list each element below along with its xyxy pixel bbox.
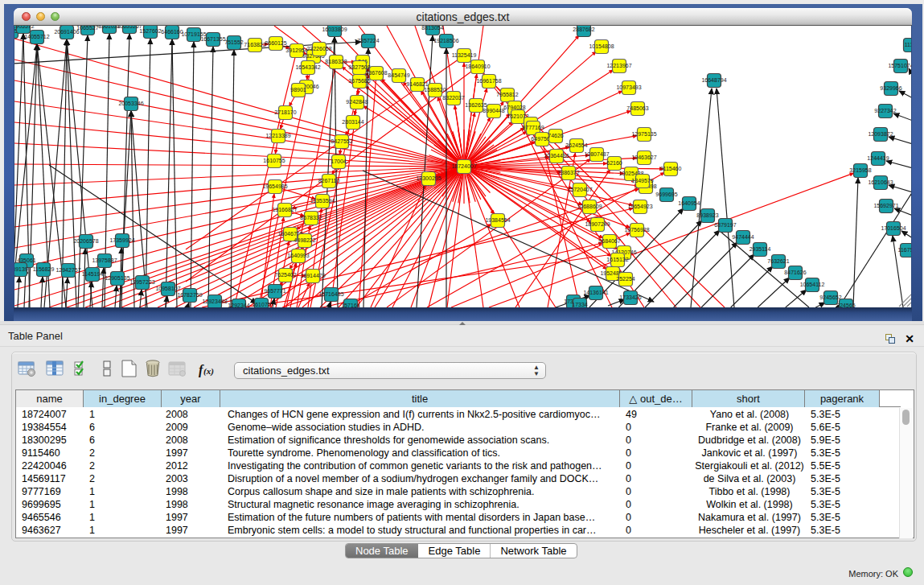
svg-text:252254: 252254 [616, 276, 634, 282]
svg-text:18724007: 18724007 [451, 163, 476, 169]
svg-text:12093872: 12093872 [868, 131, 893, 137]
svg-text:2887682: 2887682 [573, 27, 594, 32]
svg-text:10958107: 10958107 [155, 286, 180, 291]
svg-text:17359924: 17359924 [109, 237, 134, 243]
svg-text:9115460: 9115460 [660, 166, 682, 171]
svg-text:19166827: 19166827 [272, 207, 297, 212]
svg-text:2718170: 2718170 [274, 109, 296, 115]
svg-text:62160: 62160 [606, 160, 622, 166]
svg-text:8660125: 8660125 [265, 40, 286, 46]
svg-text:10688609: 10688609 [577, 204, 602, 209]
svg-text:7625402: 7625402 [274, 272, 296, 278]
svg-text:9245652: 9245652 [819, 295, 841, 300]
svg-text:16961758: 16961758 [476, 78, 501, 84]
svg-text:1615132: 1615132 [606, 257, 628, 262]
svg-text:12213389: 12213389 [265, 133, 290, 138]
svg-text:19756928: 19756928 [624, 227, 649, 233]
svg-text:8938923: 8938923 [696, 212, 718, 218]
svg-text:1610755: 1610755 [263, 158, 285, 163]
svg-text:4498222: 4498222 [294, 237, 315, 243]
svg-text:18907249: 18907249 [585, 221, 610, 227]
svg-text:12213967: 12213967 [606, 63, 631, 68]
svg-text:2803144: 2803144 [342, 119, 363, 125]
svg-text:8267110: 8267110 [318, 178, 340, 183]
svg-text:23226058: 23226058 [306, 46, 331, 51]
svg-text:20053346: 20053346 [118, 101, 143, 106]
svg-text:10807487: 10807487 [584, 151, 609, 157]
svg-text:12923448: 12923448 [202, 299, 227, 304]
svg-text:3912954: 3912954 [285, 47, 307, 53]
svg-text:1640954: 1640954 [678, 200, 700, 206]
svg-text:17004: 17004 [331, 159, 347, 164]
svg-text:16914479: 16914479 [300, 273, 325, 278]
svg-text:8471626: 8471626 [784, 270, 806, 275]
svg-text:8813054: 8813054 [421, 26, 443, 31]
svg-text:8454749: 8454749 [388, 72, 409, 78]
svg-text:12905135: 12905135 [105, 275, 129, 281]
svg-text:16033809: 16033809 [322, 27, 347, 32]
svg-text:1362635: 1362635 [465, 102, 487, 108]
svg-text:20364436: 20364436 [544, 153, 569, 159]
svg-text:1588520: 1588520 [424, 87, 446, 93]
svg-text:18300295: 18300295 [416, 175, 441, 181]
svg-text:7485063: 7485063 [626, 105, 648, 111]
svg-text:3215958: 3215958 [849, 167, 871, 173]
svg-text:161075: 161075 [252, 302, 270, 307]
svg-text:10654112: 10654112 [800, 282, 825, 287]
svg-text:8186328: 8186328 [325, 59, 347, 64]
svg-text:17334: 17334 [572, 302, 588, 307]
svg-text:20206578: 20206578 [73, 238, 98, 244]
svg-text:1244419: 1244419 [867, 155, 889, 161]
svg-text:19384554: 19384554 [485, 217, 510, 223]
svg-text:9777169: 9777169 [522, 125, 544, 130]
svg-text:1156829: 1156829 [33, 266, 55, 272]
svg-text:8427552: 8427552 [331, 138, 352, 144]
svg-text:16210643: 16210643 [868, 179, 893, 185]
svg-text:13975887: 13975887 [92, 257, 117, 263]
svg-text:1349579: 1349579 [631, 178, 653, 183]
svg-text:6466160: 6466160 [161, 29, 183, 35]
svg-text:16782759: 16782759 [177, 292, 202, 298]
svg-text:15716485: 15716485 [318, 291, 343, 297]
svg-text:17957223: 17957223 [129, 279, 154, 285]
svg-text:74626: 74626 [548, 133, 564, 138]
svg-text:8678332: 8678332 [300, 215, 322, 220]
svg-text:11353594: 11353594 [310, 198, 335, 204]
svg-text:751552: 751552 [224, 39, 243, 45]
svg-text:16671355: 16671355 [200, 36, 225, 42]
svg-text:15692971: 15692971 [873, 203, 898, 208]
svg-text:2367608: 2367608 [365, 70, 387, 76]
svg-text:7357224: 7357224 [357, 38, 379, 43]
svg-text:19218506: 19218506 [433, 38, 458, 43]
svg-text:9657771: 9657771 [264, 288, 285, 294]
svg-text:11325419: 11325419 [452, 52, 477, 58]
svg-text:1112: 1112 [905, 42, 912, 47]
svg-text:20691406: 20691406 [54, 29, 79, 35]
svg-text:14055712: 14055712 [24, 34, 49, 39]
svg-text:1065527: 1065527 [76, 26, 98, 31]
svg-text:116753: 116753 [898, 247, 912, 253]
svg-text:9329966: 9329966 [880, 85, 901, 91]
svg-text:(x): (x) [203, 366, 214, 377]
svg-text:9699695: 9699695 [655, 192, 677, 197]
svg-text:6879197: 6879197 [714, 222, 736, 228]
svg-text:15720407: 15720407 [567, 187, 592, 192]
svg-text:10655267: 10655267 [117, 26, 142, 29]
svg-text:7632621: 7632621 [767, 258, 789, 264]
svg-text:9227342: 9227342 [874, 108, 896, 113]
svg-text:7163822: 7163822 [244, 42, 265, 47]
svg-text:19654985: 19654985 [262, 183, 287, 189]
svg-text:39139: 39139 [14, 266, 28, 272]
svg-text:18640910: 18640910 [465, 64, 490, 69]
svg-text:1640993: 1640993 [287, 253, 309, 258]
svg-text:7955812: 7955812 [496, 92, 518, 97]
svg-text:9684067: 9684067 [598, 238, 620, 244]
svg-text:2935114: 2935114 [749, 246, 771, 252]
svg-text:19654923: 19654923 [627, 204, 652, 209]
svg-text:16543342: 16543342 [295, 64, 320, 70]
svg-text:98901: 98901 [290, 87, 306, 93]
svg-text:10154808: 10154808 [589, 43, 614, 49]
svg-text:3624554: 3624554 [565, 142, 587, 148]
svg-text:12942757: 12942757 [55, 267, 80, 273]
svg-text:12975135: 12975135 [631, 131, 656, 137]
